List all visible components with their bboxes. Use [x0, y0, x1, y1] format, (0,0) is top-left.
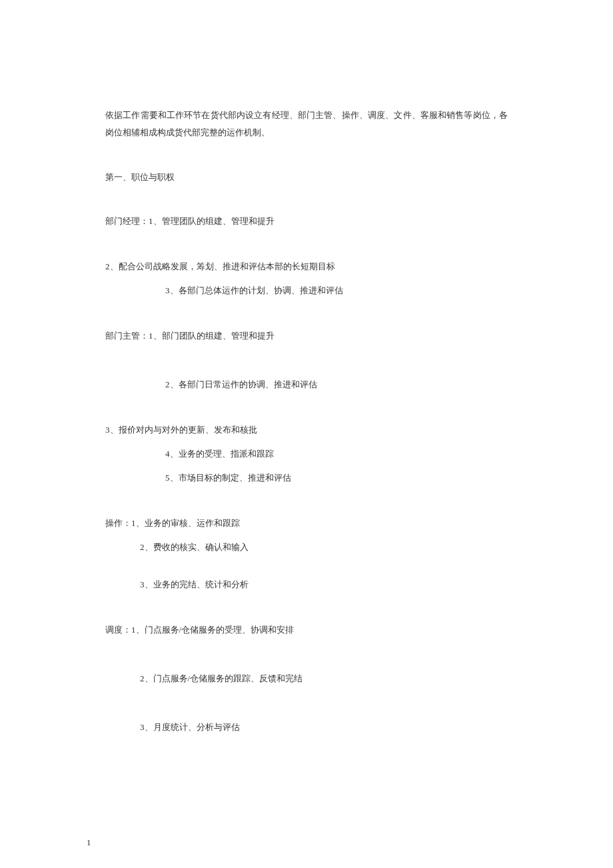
- dispatch-title: 调度：1、门点服务/仓储服务的受理、协调和安排: [105, 624, 508, 636]
- page-number: 1: [87, 837, 91, 848]
- manager-line3: 3、各部门总体运作的计划、协调、推进和评估: [165, 285, 508, 297]
- manager-title: 部门经理：1、管理团队的组建、管理和提升: [105, 215, 508, 227]
- dispatch-line2: 2、门点服务/仓储服务的跟踪、反馈和完结: [140, 673, 508, 685]
- dispatch-line3: 3、月度统计、分析与评估: [140, 721, 508, 733]
- supervisor-title: 部门主管：1、部门团队的组建、管理和提升: [105, 330, 508, 342]
- supervisor-line5: 5、市场目标的制定、推进和评估: [165, 472, 508, 484]
- manager-line2: 2、配合公司战略发展，筹划、推进和评估本部的长短期目标: [105, 261, 508, 273]
- supervisor-line3: 3、报价对内与对外的更新、发布和核批: [105, 424, 508, 436]
- supervisor-line4: 4、业务的受理、指派和跟踪: [165, 448, 508, 460]
- operation-line2: 2、费收的核实、确认和输入: [140, 541, 508, 553]
- intro-paragraph: 依据工作需要和工作环节在货代部内设立有经理、部门主管、操作、调度、文件、客服和销…: [105, 107, 508, 141]
- supervisor-line2: 2、各部门日常运作的协调、推进和评估: [165, 379, 508, 391]
- section-title: 第一、职位与职权: [105, 171, 508, 183]
- operation-title: 操作：1、业务的审核、运作和跟踪: [105, 517, 508, 529]
- operation-line3: 3、业务的完结、统计和分析: [140, 579, 508, 591]
